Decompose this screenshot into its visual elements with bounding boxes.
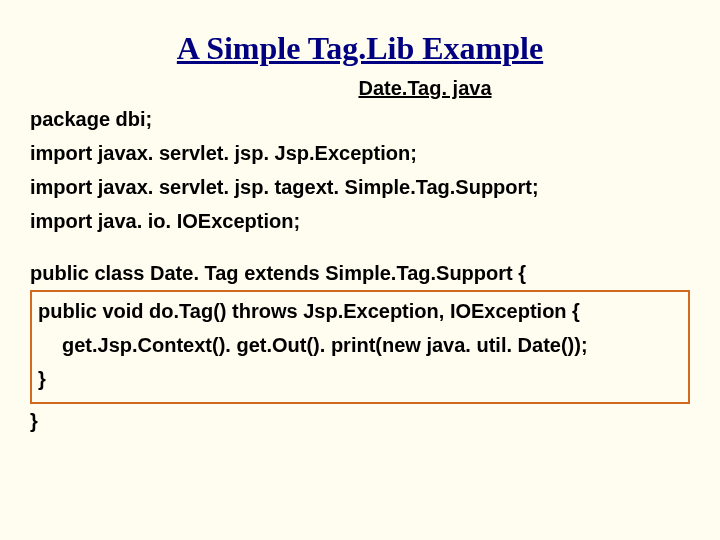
spacer (30, 238, 690, 256)
slide-title: A Simple Tag.Lib Example (30, 30, 690, 67)
code-block: package dbi; import javax. servlet. jsp.… (30, 102, 690, 438)
slide-subtitle: Date.Tag. java (160, 77, 690, 100)
code-line: public void do.Tag() throws Jsp.Exceptio… (38, 294, 682, 328)
code-line: } (38, 362, 682, 396)
code-line: import javax. servlet. jsp. tagext. Simp… (30, 170, 690, 204)
code-line: get.Jsp.Context(). get.Out(). print(new … (38, 328, 682, 362)
code-line: public class Date. Tag extends Simple.Ta… (30, 256, 690, 290)
code-line: } (30, 404, 690, 438)
slide: A Simple Tag.Lib Example Date.Tag. java … (0, 0, 720, 458)
highlight-box: public void do.Tag() throws Jsp.Exceptio… (30, 290, 690, 404)
code-line: import java. io. IOException; (30, 204, 690, 238)
code-line: package dbi; (30, 102, 690, 136)
code-line: import javax. servlet. jsp. Jsp.Exceptio… (30, 136, 690, 170)
